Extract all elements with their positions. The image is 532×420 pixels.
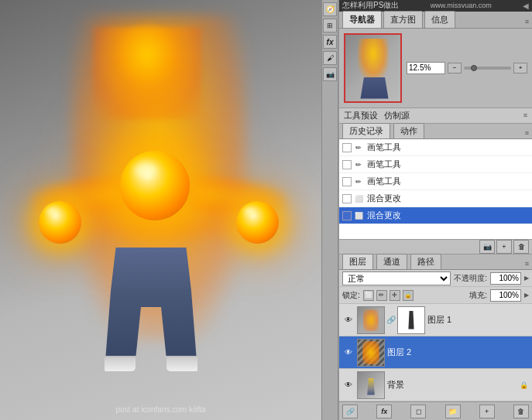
tab-paths[interactable]: 路径	[410, 254, 441, 269]
history-check-2	[342, 160, 352, 169]
orb-center	[120, 151, 190, 220]
layer-delete-btn[interactable]: 🗑	[513, 405, 529, 418]
hood-glow	[93, 27, 201, 120]
watermark: post at iconfans.com kōfta	[115, 405, 205, 414]
history-label-4: 混合更改	[367, 193, 401, 204]
close-btn[interactable]: ◀	[523, 2, 529, 10]
layer-item-1[interactable]: 👁 🔗 图层 1	[339, 304, 532, 336]
layer-mask-1	[397, 306, 425, 334]
lock-row: 锁定: ⬜ ✏ ✛ 🔒 填充: 100% ▶	[339, 287, 532, 304]
navigate-icon[interactable]: 🧭	[323, 2, 337, 16]
tab-channels[interactable]: 通道	[376, 254, 407, 269]
zoom-in-btn[interactable]: +	[513, 63, 527, 73]
history-item-3[interactable]: ✏ 画笔工具	[339, 173, 532, 190]
layer-fx-btn[interactable]: fx	[376, 405, 392, 418]
tool-presets-label: 工具预设	[344, 110, 378, 121]
layer-item-2[interactable]: 👁 图层 2	[339, 336, 532, 369]
blend-mode-select[interactable]: 正常	[342, 271, 451, 285]
layer-thumb-bg	[357, 371, 385, 399]
opacity-label: 不透明度:	[454, 273, 487, 284]
history-icon-1: ✏	[353, 142, 364, 153]
tool-presets-panel: 工具预设 仿制源 ≡	[339, 108, 532, 124]
tab-layers[interactable]: 图层	[342, 254, 373, 269]
canvas-area: post at iconfans.com kōfta	[0, 0, 321, 420]
history-item-2[interactable]: ✏ 画笔工具	[339, 156, 532, 173]
fx-icon[interactable]: fx	[323, 35, 337, 49]
thumb-figure-glow	[358, 39, 389, 81]
lock-transparent-btn[interactable]: ⬜	[363, 290, 374, 301]
history-delete-btn[interactable]: 🗑	[513, 240, 529, 254]
layers-panel: 图层 通道 路径 ≡ 正常 不透明度: 100% ▶ 锁定: ⬜ ✏	[339, 254, 532, 420]
layer-group-btn[interactable]: 📁	[445, 405, 461, 418]
zoom-slider-thumb[interactable]	[471, 65, 477, 71]
side-icon-strip: 🧭 ⊞ fx 🖌 📷	[321, 0, 338, 420]
tab-history[interactable]: 历史记录	[342, 123, 390, 138]
panel-menu-icon[interactable]: ≡	[525, 18, 529, 28]
layer-eye-1[interactable]: 👁	[342, 314, 355, 326]
history-snapshot-btn[interactable]: 📷	[479, 240, 495, 254]
grid-icon[interactable]: ⊞	[323, 19, 337, 32]
layer-toolbar: 🔗 fx ◻ 📁 + 🗑	[339, 401, 532, 420]
tab-info[interactable]: 信息	[424, 11, 455, 28]
lock-all-btn[interactable]: 🔒	[403, 290, 414, 301]
nav-zoom-row: 12.5% − +	[407, 62, 527, 74]
history-check-4	[342, 194, 352, 203]
layer-item-bg[interactable]: 👁 背景 🔒	[339, 369, 532, 401]
fill-label: 填充:	[469, 290, 487, 301]
layers-tabs: 图层 通道 路径 ≡	[339, 254, 532, 270]
history-new-btn[interactable]: +	[496, 240, 512, 254]
nav-preview-area: 12.5% − +	[339, 29, 532, 108]
history-icon-4: ⬜	[353, 193, 364, 204]
history-item-1[interactable]: ✏ 画笔工具	[339, 139, 532, 156]
layer-name-1: 图层 1	[427, 314, 529, 326]
nav-controls: 12.5% − +	[407, 62, 527, 74]
history-label-3: 画笔工具	[367, 176, 401, 187]
layer-new-btn[interactable]: +	[479, 405, 495, 418]
orb-left	[39, 201, 81, 244]
history-item-5[interactable]: ⬜ 混合更改	[339, 207, 532, 224]
zoom-out-btn[interactable]: −	[448, 63, 462, 73]
history-label-2: 画笔工具	[367, 159, 401, 170]
main-layout: post at iconfans.com kōfta 🧭 ⊞ fx 🖌 📷 怎样…	[0, 0, 532, 420]
layer-mask-btn[interactable]: ◻	[410, 405, 426, 418]
history-check-5	[342, 211, 352, 220]
brush-icon[interactable]: 🖌	[323, 51, 337, 65]
history-item-4[interactable]: ⬜ 混合更改	[339, 190, 532, 207]
preview-thumbnail	[344, 33, 402, 103]
clone-source-label: 仿制源	[384, 110, 410, 121]
layer-lock-bg: 🔒	[518, 380, 529, 391]
app-site: www.missvuan.com	[431, 2, 492, 9]
blend-mode-row: 正常 不透明度: 100% ▶	[339, 270, 532, 287]
layer-name-bg: 背景	[387, 379, 516, 391]
tab-actions[interactable]: 动作	[393, 123, 424, 138]
lock-move-btn[interactable]: ✛	[390, 290, 400, 301]
zoom-slider[interactable]	[464, 67, 511, 70]
tab-histogram[interactable]: 直方图	[383, 11, 423, 28]
opacity-input[interactable]: 100%	[490, 272, 521, 285]
figure	[31, 15, 287, 394]
title-bar: 怎样利用PS做出 www.missvuan.com ◀	[339, 0, 532, 12]
history-list: ✏ 画笔工具 ✏ 画笔工具 ✏ 画笔工具 ⬜ 混合更改 ⬜ 混合更改	[339, 139, 532, 240]
history-check-3	[342, 177, 352, 186]
history-icon-2: ✏	[353, 159, 364, 170]
lock-paint-btn[interactable]: ✏	[376, 290, 387, 301]
jeans	[101, 248, 201, 356]
layer-name-2: 图层 2	[387, 347, 529, 358]
camera-icon[interactable]: 📷	[323, 67, 337, 81]
tab-navigator[interactable]: 导航器	[342, 11, 382, 28]
layer-eye-bg[interactable]: 👁	[342, 379, 355, 391]
layer-link-btn[interactable]: 🔗	[342, 405, 358, 418]
fill-input[interactable]: 100%	[490, 289, 521, 302]
layer-thumb-2	[357, 339, 385, 367]
opacity-arrow-icon[interactable]: ▶	[524, 275, 529, 282]
history-menu-icon[interactable]: ≡	[525, 129, 532, 138]
presets-menu-icon[interactable]: ≡	[523, 111, 527, 119]
zoom-input[interactable]: 12.5%	[407, 62, 445, 74]
app-title: 怎样利用PS做出	[342, 0, 399, 11]
fill-arrow-icon[interactable]: ▶	[524, 292, 529, 299]
layers-menu-icon[interactable]: ≡	[525, 260, 532, 269]
layer-eye-2[interactable]: 👁	[342, 347, 355, 359]
orb-right	[236, 201, 279, 244]
history-icon-3: ✏	[353, 176, 364, 187]
lock-label: 锁定:	[342, 290, 360, 301]
